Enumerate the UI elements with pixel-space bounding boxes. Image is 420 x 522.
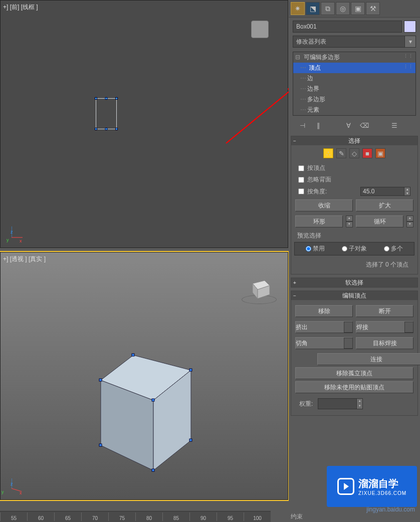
extrude-settings-icon[interactable]	[344, 322, 353, 333]
viewport-perspective[interactable]: +] [透视 ] [真实 ]	[0, 252, 288, 500]
remove-button[interactable]: 移除	[295, 305, 353, 317]
selection-rollout: −选择 ∴ ✎ ◇ ■ ▣ 按顶点 忽略背面 按角度: 45.	[291, 136, 418, 275]
chamfer-settings-icon[interactable]	[344, 338, 353, 349]
edit-vertices-rollout: −编辑顶点 移除 断开 挤出 焊接 切角 目标焊接 连接 移除孤立顶点 移除未使…	[291, 291, 418, 416]
axis-gizmo-icon: zxy	[5, 475, 25, 495]
by-vertex-label: 按顶点	[307, 164, 325, 172]
wireframe-box[interactable]	[96, 98, 117, 129]
svg-rect-11	[189, 369, 192, 371]
break-button[interactable]: 断开	[356, 305, 413, 317]
object-color-swatch[interactable]	[404, 21, 416, 33]
viewport-front[interactable]: +] [前] [线框 ] zxy	[0, 0, 288, 248]
selection-status: 选择了 0 个顶点	[294, 255, 414, 271]
stack-sub-border[interactable]: 边界	[293, 84, 415, 94]
edge-mode-icon[interactable]: ✎	[336, 148, 346, 158]
weight-label: 权重:	[299, 400, 313, 408]
svg-rect-14	[152, 469, 154, 471]
configure-sets-icon[interactable]: ☰	[390, 121, 399, 130]
chamfer-button[interactable]: 切角	[295, 337, 353, 349]
watermark-url: jingyan.baidu.com	[366, 506, 415, 513]
soft-selection-rollout: +软选择	[291, 278, 418, 288]
stack-sub-element[interactable]: 元素	[293, 105, 415, 115]
ignore-backfacing-checkbox[interactable]	[298, 177, 304, 183]
weld-settings-icon[interactable]	[404, 322, 413, 333]
remove-isolated-button[interactable]: 移除孤立顶点	[295, 367, 413, 379]
command-panel: ✷ ⬔ ⧉ ◎ ▣ ⚒ 修改器列表 ▾ 可编辑多边形⋮⋮ 顶点⋮⋮ 边 边界 多…	[289, 0, 420, 522]
shrink-button[interactable]: 收缩	[295, 199, 353, 211]
display-tab-icon[interactable]: ▣	[351, 2, 365, 15]
soft-selection-header[interactable]: +软选择	[291, 278, 417, 287]
loop-button[interactable]: 循环	[356, 215, 403, 227]
hierarchy-tab-icon[interactable]: ⧉	[321, 2, 335, 15]
polygon-mode-icon[interactable]: ■	[362, 148, 372, 158]
preview-multi-radio[interactable]	[384, 246, 389, 251]
svg-rect-10	[132, 354, 134, 356]
connect-button[interactable]: 连接	[317, 353, 420, 365]
vertex-mode-icon[interactable]: ∴	[323, 148, 333, 158]
target-weld-button[interactable]: 目标焊接	[356, 337, 413, 349]
remove-unused-map-button[interactable]: 移除未使用的贴图顶点	[295, 381, 413, 393]
svg-rect-13	[99, 444, 102, 446]
constraint-label: 约束	[291, 512, 303, 521]
by-angle-label: 按角度:	[307, 187, 327, 196]
preview-none-radio[interactable]	[306, 246, 311, 251]
object-name-input[interactable]	[293, 21, 402, 33]
ring-spinner[interactable]: ▴▾	[346, 215, 353, 227]
time-slider[interactable]: 55 60 65 70 75 80 85 90 95 100	[0, 511, 271, 522]
stack-sub-polygon[interactable]: 多边形	[293, 94, 415, 105]
by-angle-checkbox[interactable]	[298, 188, 304, 194]
shaded-box[interactable]	[91, 353, 191, 468]
svg-rect-12	[152, 399, 154, 401]
ignore-backfacing-label: 忽略背面	[307, 175, 331, 184]
stack-sub-vertex[interactable]: 顶点⋮⋮	[293, 63, 415, 73]
border-mode-icon[interactable]: ◇	[349, 148, 359, 158]
angle-spinner[interactable]: 45.0 ▴▾	[360, 187, 410, 196]
svg-rect-9	[99, 379, 102, 381]
preview-selection-label: 预览选择	[294, 229, 414, 242]
play-icon	[337, 478, 354, 495]
viewcube-icon[interactable]	[251, 21, 269, 38]
modifier-stack[interactable]: 可编辑多边形⋮⋮ 顶点⋮⋮ 边 边界 多边形 元素	[293, 52, 416, 116]
pin-stack-icon[interactable]: ⊣	[298, 121, 307, 130]
svg-line-2	[226, 86, 296, 143]
modify-tab-icon[interactable]: ⬔	[306, 2, 320, 15]
element-mode-icon[interactable]: ▣	[375, 148, 385, 158]
watermark-badge: 溜溜自学 ZIXUE.3D66.COM	[327, 466, 417, 507]
viewport-front-label[interactable]: +] [前] [线框 ]	[3, 3, 38, 12]
show-end-result-icon[interactable]: ∥	[314, 121, 323, 130]
stack-sub-edge[interactable]: 边	[293, 73, 415, 84]
edit-vertices-header[interactable]: −编辑顶点	[291, 291, 417, 300]
weight-spinner[interactable]: ▴▾	[318, 398, 363, 409]
grow-button[interactable]: 扩大	[356, 199, 413, 211]
modifier-list-dropdown[interactable]: 修改器列表 ▾	[293, 36, 416, 48]
svg-rect-15	[189, 439, 192, 441]
selection-rollout-header[interactable]: −选择	[291, 136, 417, 145]
weld-button[interactable]: 焊接	[356, 321, 413, 333]
by-vertex-checkbox[interactable]	[298, 165, 304, 171]
loop-spinner[interactable]: ▴▾	[406, 215, 413, 227]
create-tab-icon[interactable]: ✷	[291, 2, 305, 15]
chevron-down-icon[interactable]: ▾	[404, 36, 415, 47]
motion-tab-icon[interactable]: ◎	[336, 2, 350, 15]
ring-button[interactable]: 环形	[295, 215, 343, 227]
utilities-tab-icon[interactable]: ⚒	[366, 2, 380, 15]
stack-root[interactable]: 可编辑多边形⋮⋮	[293, 52, 415, 63]
preview-radio-row: 禁用 子对象 多个	[294, 242, 414, 255]
remove-modifier-icon[interactable]: ⌫	[360, 121, 369, 130]
make-unique-icon[interactable]: ∀	[344, 121, 353, 130]
viewport-perspective-label[interactable]: +] [透视 ] [真实 ]	[3, 255, 46, 264]
axis-gizmo-icon: zxy	[5, 223, 25, 243]
command-panel-tabs: ✷ ⬔ ⧉ ◎ ▣ ⚒	[289, 0, 420, 18]
stack-toolbar: ⊣ ∥ ∀ ⌫ ☰	[289, 118, 420, 133]
viewcube-icon[interactable]	[248, 273, 273, 298]
extrude-button[interactable]: 挤出	[295, 321, 353, 333]
preview-subobj-radio[interactable]	[342, 246, 347, 251]
subobject-icons: ∴ ✎ ◇ ■ ▣	[294, 148, 414, 158]
